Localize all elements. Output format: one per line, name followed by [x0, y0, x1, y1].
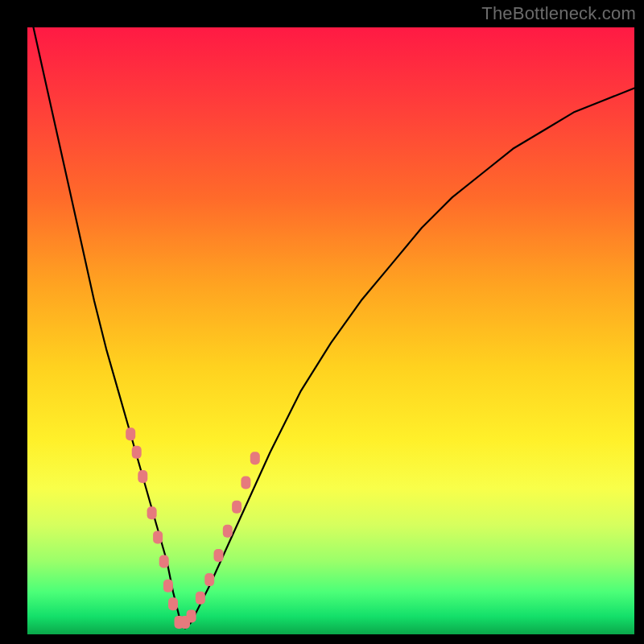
marker-dot — [159, 555, 169, 568]
marker-dot — [138, 470, 147, 483]
highlighted-points — [126, 427, 260, 629]
marker-dot — [153, 530, 163, 543]
marker-dot — [214, 549, 224, 562]
marker-dot — [250, 452, 260, 464]
chart-svg — [27, 27, 634, 634]
watermark-text: TheBottleneck.com — [481, 3, 636, 24]
marker-dot — [147, 506, 157, 519]
bottleneck-curve — [34, 27, 635, 629]
marker-dot — [204, 573, 214, 586]
plot-area — [27, 27, 634, 634]
marker-dot — [132, 446, 142, 459]
marker-dot — [232, 501, 242, 514]
marker-dot — [187, 609, 196, 622]
marker-dot — [126, 427, 135, 440]
marker-dot — [223, 525, 233, 538]
marker-dot — [241, 477, 250, 489]
marker-dot — [168, 597, 178, 610]
chart-frame: TheBottleneck.com — [0, 0, 644, 644]
marker-dot — [196, 592, 205, 605]
marker-dot — [163, 580, 173, 592]
